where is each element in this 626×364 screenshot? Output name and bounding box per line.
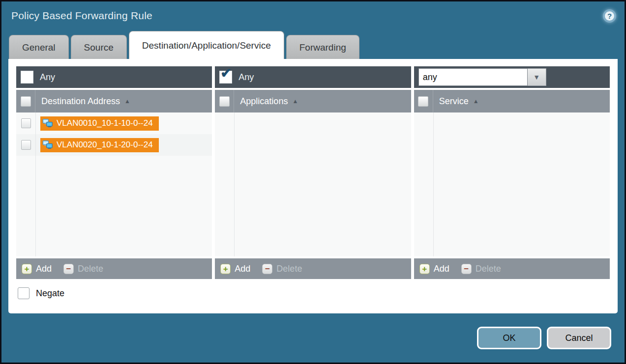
applications-column-header-label: Applications (240, 96, 288, 107)
column-separator (35, 112, 36, 256)
destination-column-header-label: Destination Address (41, 96, 120, 107)
destination-any-label: Any (40, 72, 55, 83)
delete-button[interactable]: − Delete (262, 264, 302, 274)
tab-strip: General Source Destination/Application/S… (1, 30, 625, 59)
add-label: Add (36, 264, 52, 274)
column-separator (234, 112, 235, 256)
sort-asc-icon: ▲ (473, 98, 479, 105)
tab-forwarding[interactable]: Forwarding (286, 35, 359, 59)
applications-any-bar: ✔ Any (215, 66, 411, 88)
panels-container: Any Destination Address ▲ (16, 66, 610, 279)
minus-icon: − (461, 264, 472, 274)
add-label: Add (235, 264, 250, 274)
address-chip[interactable]: VLAN0020_10-1-20-0--24 (40, 138, 159, 152)
service-select-all-checkbox[interactable] (418, 96, 428, 107)
delete-label: Delete (78, 264, 103, 274)
sort-asc-icon: ▲ (124, 98, 130, 105)
tab-content: Any Destination Address ▲ (8, 59, 618, 313)
negate-label: Negate (36, 288, 64, 299)
service-column-header[interactable]: Service ▲ (439, 96, 479, 107)
dialog-footer: OK Cancel (1, 313, 625, 363)
address-group-icon (42, 140, 53, 150)
destination-any-checkbox[interactable] (21, 71, 33, 84)
delete-button[interactable]: − Delete (63, 264, 103, 274)
delete-label: Delete (476, 264, 501, 274)
destination-panel: Any Destination Address ▲ (16, 66, 212, 279)
applications-toolbar: + Add − Delete (215, 258, 411, 279)
service-dropdown-input[interactable] (418, 68, 528, 86)
sort-asc-icon: ▲ (292, 98, 298, 105)
destination-toolbar: + Add − Delete (16, 258, 212, 279)
service-panel: ▼ Service ▲ (414, 66, 610, 279)
row-checkbox[interactable] (21, 140, 31, 150)
dropdown-arrow-icon: ▼ (533, 73, 540, 81)
service-dropdown: ▼ (418, 68, 546, 86)
table-row[interactable]: VLAN0020_10-1-20-0--24 (16, 134, 212, 156)
add-button[interactable]: + Add (419, 264, 449, 274)
table-row[interactable]: VLAN0010_10-1-10-0--24 (16, 112, 212, 134)
plus-icon: + (22, 264, 32, 274)
ok-button[interactable]: OK (477, 327, 541, 349)
destination-column-header-row: Destination Address ▲ (16, 90, 212, 112)
address-chip-label: VLAN0020_10-1-20-0--24 (57, 140, 153, 150)
row-checkbox[interactable] (21, 118, 31, 128)
service-list (414, 112, 610, 256)
applications-panel: ✔ Any Applications ▲ (215, 66, 411, 279)
service-toolbar: + Add − Delete (414, 258, 610, 279)
tab-destination-application-service[interactable]: Destination/Application/Service (129, 31, 284, 59)
tab-source[interactable]: Source (71, 35, 127, 59)
dialog-title: Policy Based Forwarding Rule (11, 10, 152, 22)
add-label: Add (434, 264, 449, 274)
plus-icon: + (419, 264, 430, 274)
checkmark-icon: ✔ (220, 66, 232, 81)
applications-any-label: Any (238, 72, 254, 83)
address-group-icon (42, 118, 53, 129)
service-column-header-label: Service (439, 96, 469, 107)
minus-icon: − (63, 264, 74, 274)
applications-column-header[interactable]: Applications ▲ (240, 96, 298, 107)
applications-column-header-row: Applications ▲ (215, 90, 411, 112)
applications-select-all-checkbox[interactable] (219, 96, 230, 107)
negate-row: Negate (16, 287, 610, 299)
column-separator (433, 112, 434, 256)
service-dropdown-bar: ▼ (414, 66, 610, 88)
cancel-button[interactable]: Cancel (547, 327, 611, 349)
applications-any-checkbox[interactable]: ✔ (219, 71, 232, 84)
add-button[interactable]: + Add (22, 264, 52, 274)
policy-based-forwarding-dialog: Policy Based Forwarding Rule ? General S… (0, 0, 626, 364)
delete-button[interactable]: − Delete (461, 264, 501, 274)
address-chip[interactable]: VLAN0010_10-1-10-0--24 (40, 116, 159, 131)
delete-label: Delete (276, 264, 302, 274)
service-dropdown-button[interactable]: ▼ (528, 68, 546, 86)
service-column-header-row: Service ▲ (414, 90, 610, 112)
destination-list: VLAN0010_10-1-10-0--24 (16, 112, 212, 256)
plus-icon: + (220, 264, 231, 274)
minus-icon: − (262, 264, 272, 274)
applications-list (215, 112, 411, 256)
add-button[interactable]: + Add (220, 264, 250, 274)
destination-select-all-checkbox[interactable] (21, 96, 31, 107)
help-icon[interactable]: ? (603, 9, 616, 23)
negate-checkbox[interactable] (18, 287, 30, 299)
destination-any-bar: Any (16, 66, 212, 88)
tab-general[interactable]: General (9, 35, 69, 59)
address-chip-label: VLAN0010_10-1-10-0--24 (57, 118, 153, 128)
titlebar: Policy Based Forwarding Rule ? (1, 1, 625, 30)
destination-column-header[interactable]: Destination Address ▲ (41, 96, 130, 107)
